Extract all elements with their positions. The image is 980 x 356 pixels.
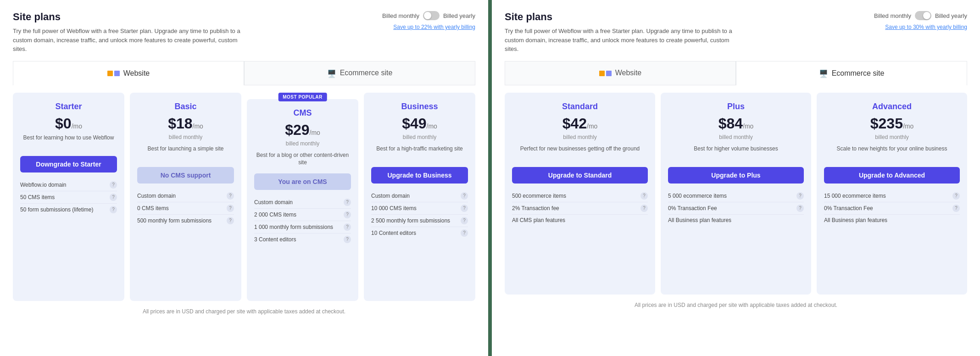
panel-monthly: Site plansTry the full power of Webflow … [0, 0, 488, 356]
plan-feature-item: 0 CMS items? [137, 202, 234, 214]
help-icon[interactable]: ? [461, 205, 468, 212]
plan-card-cms: MOST POPULARCMS$29/mobilled monthlyBest … [247, 99, 358, 301]
plan-advanced-billed: billed monthly [824, 134, 960, 140]
help-icon[interactable]: ? [344, 211, 351, 218]
plan-business-price: $49/mo [371, 115, 468, 132]
billing-toggle-track[interactable] [915, 11, 931, 20]
help-icon[interactable]: ? [461, 229, 468, 237]
plan-price-per: /mo [587, 122, 597, 130]
panel-description: Try the full power of Webflow with a fre… [505, 27, 734, 54]
plan-basic-billed: billed monthly [137, 134, 234, 140]
help-icon[interactable]: ? [952, 192, 960, 200]
plan-business-name: Business [371, 102, 468, 111]
plan-cms-name: CMS [254, 108, 351, 118]
plan-business-billed: billed monthly [371, 134, 468, 140]
plan-feature-item: 500 monthly form submissions? [137, 214, 234, 227]
plan-price-amount: $29 [285, 122, 309, 138]
help-icon[interactable]: ? [110, 206, 117, 213]
panel-divider [488, 0, 492, 356]
billing-row: Billed monthlyBilled yearly [874, 11, 967, 20]
billing-toggle-thumb [424, 12, 431, 19]
billing-yearly-label: Billed yearly [935, 12, 967, 19]
feature-text: All Business plan features [824, 217, 960, 223]
help-icon[interactable]: ? [640, 192, 648, 200]
plan-price-per: /mo [310, 129, 320, 136]
help-icon[interactable]: ? [796, 205, 804, 212]
feature-text: 2% Transaction fee [512, 205, 640, 211]
panel-yearly: Site plansTry the full power of Webflow … [492, 0, 980, 356]
plan-plus-description: Best for higher volume businesses [668, 145, 804, 161]
footer-note: All prices are in USD and charged per si… [505, 302, 967, 308]
feature-text: Webflow.io domain [20, 182, 110, 188]
most-popular-badge: MOST POPULAR [278, 93, 327, 101]
plan-card-business: Business$49/mobilled monthlyBest for a h… [364, 93, 475, 301]
help-icon[interactable]: ? [461, 192, 468, 200]
help-icon[interactable]: ? [227, 192, 234, 200]
help-icon[interactable]: ? [952, 205, 960, 212]
help-icon[interactable]: ? [344, 223, 351, 231]
plan-advanced-description: Scale to new heights for your online bus… [824, 145, 960, 161]
plan-price-per: /mo [427, 122, 437, 130]
website-tab-icon [107, 68, 120, 78]
plan-feature-item: 0% Transaction Fee? [824, 202, 960, 214]
tab-website-label: Website [615, 69, 642, 77]
plan-standard-button[interactable]: Upgrade to Standard [512, 167, 648, 184]
plans-grid: Starter$0/moBest for learning how to use… [13, 93, 475, 301]
tab-ecommerce-label: Ecommerce site [832, 69, 885, 78]
feature-text: 2 500 monthly form submissions [371, 217, 461, 224]
billing-toggle: Billed monthlyBilled yearlySave up to 22… [382, 11, 475, 30]
plan-feature-item: 15 000 ecommerce items? [824, 190, 960, 202]
plan-feature-item: 10 Content editors? [371, 227, 468, 239]
billing-monthly-label: Billed monthly [382, 12, 419, 19]
help-icon[interactable]: ? [461, 217, 468, 224]
plan-feature-item: All Business plan features [668, 214, 804, 226]
feature-text: 500 monthly form submissions [137, 217, 227, 224]
help-icon[interactable]: ? [344, 199, 351, 206]
help-icon[interactable]: ? [796, 192, 804, 200]
plans-grid: Standard$42/mobilled monthlyPerfect for … [505, 93, 967, 295]
feature-text: All CMS plan features [512, 217, 648, 223]
panel-description: Try the full power of Webflow with a fre… [13, 27, 242, 54]
website-tab-icon [599, 68, 612, 78]
tab-ecommerce[interactable]: 🖥️Ecommerce site [736, 61, 967, 85]
billing-yearly-label: Billed yearly [443, 12, 475, 19]
plan-business-features: Custom domain?10 000 CMS items?2 500 mon… [371, 190, 468, 239]
help-icon[interactable]: ? [640, 205, 648, 212]
billing-save-label[interactable]: Save up to 22% with yearly billing [393, 24, 475, 30]
billing-toggle-track[interactable] [423, 11, 440, 20]
help-icon[interactable]: ? [110, 194, 117, 201]
help-icon[interactable]: ? [227, 205, 234, 212]
plan-price-amount: $49 [402, 115, 426, 132]
tab-ecommerce-label: Ecommerce site [340, 69, 393, 77]
plan-price-amount: $235 [870, 115, 903, 132]
plan-starter-button[interactable]: Downgrade to Starter [20, 156, 117, 172]
plan-plus-button[interactable]: Upgrade to Plus [668, 167, 804, 184]
plan-feature-item: 2 000 CMS items? [254, 208, 351, 221]
help-icon[interactable]: ? [227, 217, 234, 224]
plan-advanced-button[interactable]: Upgrade to Advanced [824, 167, 960, 184]
plan-business-button[interactable]: Upgrade to Business [371, 167, 468, 184]
plan-plus-name: Plus [668, 102, 804, 111]
plan-price-amount: $18 [168, 115, 192, 132]
billing-save-label[interactable]: Save up to 30% with yearly billing [885, 24, 967, 30]
feature-text: 2 000 CMS items [254, 211, 344, 218]
billing-monthly-label: Billed monthly [874, 12, 911, 19]
tab-website[interactable]: Website [505, 61, 736, 85]
plan-standard-features: 500 ecommerce items?2% Transaction fee?A… [512, 190, 648, 226]
tab-ecommerce[interactable]: 🖥️Ecommerce site [244, 61, 475, 85]
plan-starter-name: Starter [20, 102, 117, 111]
plan-card-basic: Basic$18/mobilled monthlyBest for launch… [130, 93, 241, 301]
help-icon[interactable]: ? [110, 181, 117, 189]
plan-card-standard: Standard$42/mobilled monthlyPerfect for … [505, 93, 655, 295]
plan-basic-features: Custom domain?0 CMS items?500 monthly fo… [137, 190, 234, 227]
plan-feature-item: 50 form submissions (lifetime)? [20, 203, 117, 216]
tab-website[interactable]: Website [13, 61, 244, 85]
feature-text: 50 CMS items [20, 194, 110, 200]
plan-basic-button[interactable]: No CMS support [137, 167, 234, 184]
feature-text: 0 CMS items [137, 205, 227, 211]
feature-text: 15 000 ecommerce items [824, 193, 952, 199]
help-icon[interactable]: ? [344, 236, 351, 243]
feature-text: All Business plan features [668, 217, 804, 223]
plan-card-advanced: Advanced$235/mobilled monthlyScale to ne… [817, 93, 967, 295]
plan-cms-button[interactable]: You are on CMS [254, 173, 351, 190]
